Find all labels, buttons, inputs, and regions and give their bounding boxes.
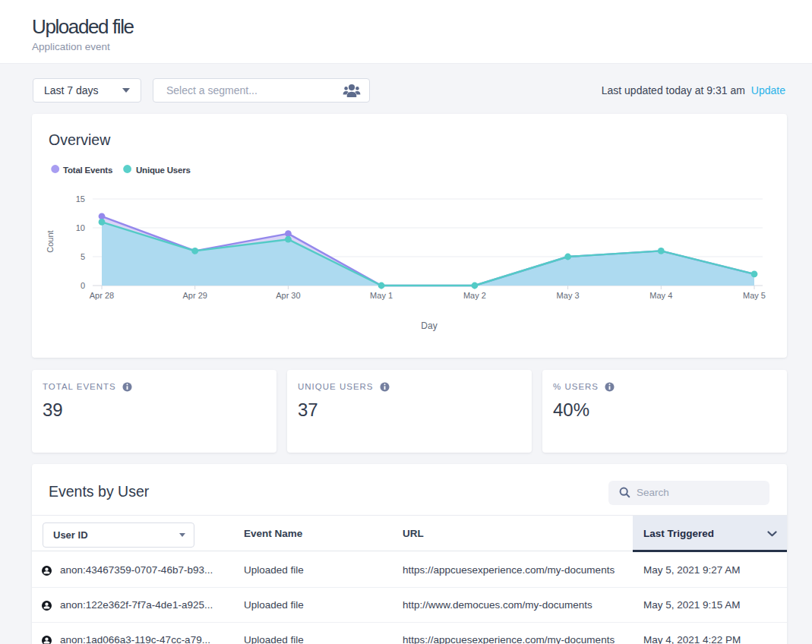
svg-text:Count: Count	[46, 230, 55, 252]
svg-text:May 1: May 1	[370, 291, 393, 300]
svg-text:Apr 30: Apr 30	[276, 291, 300, 300]
svg-text:0: 0	[81, 281, 85, 290]
svg-text:Unique Users: Unique Users	[136, 166, 191, 175]
svg-text:May 5: May 5	[743, 291, 766, 300]
svg-text:Apr 28: Apr 28	[90, 291, 114, 300]
svg-text:Total Events: Total Events	[63, 166, 112, 175]
svg-text:May 2: May 2	[463, 291, 486, 300]
svg-text:Apr 29: Apr 29	[182, 291, 207, 300]
svg-text:10: 10	[76, 223, 85, 232]
svg-text:Day: Day	[421, 320, 437, 331]
svg-text:May 3: May 3	[557, 291, 580, 300]
svg-text:15: 15	[76, 194, 85, 204]
svg-text:May 4: May 4	[649, 291, 672, 300]
svg-text:5: 5	[81, 252, 85, 261]
